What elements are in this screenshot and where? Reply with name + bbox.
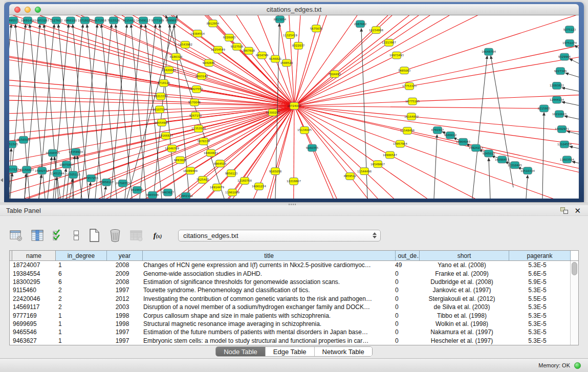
- graph-node-yellow[interactable]: 8454749: [256, 52, 269, 59]
- cell-name[interactable]: 22420046: [10, 295, 53, 303]
- cell-out_degree[interactable]: 49: [393, 261, 417, 269]
- graph-node-teal[interactable]: 9156501: [17, 136, 30, 143]
- graph-node-yellow[interactable]: 5675675: [310, 25, 322, 32]
- graph-node-teal[interactable]: 12093822: [550, 82, 564, 90]
- column-header-pagerank[interactable]: pagerank: [509, 251, 571, 260]
- cell-pagerank[interactable]: 5.3E-5: [507, 328, 568, 336]
- cell-name[interactable]: 9463627: [10, 337, 53, 345]
- create-column-button[interactable]: [87, 228, 101, 243]
- cell-year[interactable]: 2003: [104, 303, 140, 311]
- graph-node-yellow[interactable]: 11544498: [357, 168, 372, 175]
- graph-node-yellow[interactable]: 9242845: [203, 59, 215, 67]
- table-select-dropdown[interactable]: citations_edges.txt: [178, 230, 381, 242]
- table-row[interactable]: 1830029562008Estimation of significance …: [10, 278, 570, 286]
- function-builder-button[interactable]: f(x): [150, 228, 165, 243]
- table-row[interactable]: 911546021997Tourette syndrome. Phenomeno…: [10, 286, 570, 294]
- cell-short[interactable]: Yano et al. (2008): [417, 261, 507, 269]
- graph-node-yellow[interactable]: 18775165: [405, 98, 420, 105]
- graph-node-teal[interactable]: 9351505: [9, 141, 18, 148]
- cell-name[interactable]: 18300295: [10, 278, 53, 286]
- table-row[interactable]: 1938455462009Genome-wide association stu…: [10, 269, 570, 277]
- graph-node-yellow[interactable]: 8959512: [344, 173, 356, 180]
- cell-pagerank[interactable]: 5.3E-5: [507, 286, 568, 294]
- column-header-out_degree[interactable]: △out_de…: [396, 251, 420, 260]
- cell-out_degree[interactable]: 0: [393, 286, 417, 294]
- table-mode-button[interactable]: [9, 228, 24, 243]
- cell-year[interactable]: 1998: [104, 320, 140, 328]
- graph-node-teal[interactable]: 11603504: [560, 156, 574, 163]
- graph-node-teal[interactable]: 9160355: [306, 144, 318, 151]
- cell-out_degree[interactable]: 0: [393, 303, 417, 311]
- graph-node-yellow[interactable]: 17753323: [402, 83, 417, 90]
- panel-collapse-arrow-icon[interactable]: [1, 178, 3, 182]
- cell-name[interactable]: 14569117: [10, 303, 53, 311]
- cell-in_degree[interactable]: 1: [53, 320, 104, 328]
- graph-node-teal[interactable]: 11451544: [50, 170, 64, 177]
- graph-node-teal[interactable]: 10510334: [520, 167, 535, 174]
- cell-short[interactable]: Hescheler et al. (1997): [417, 337, 507, 345]
- cell-out_degree[interactable]: 0: [393, 295, 417, 303]
- cell-in_degree[interactable]: 6: [53, 278, 104, 286]
- tab-node-table[interactable]: Node Table: [216, 347, 266, 356]
- graph-node-yellow[interactable]: 2803144: [195, 73, 208, 80]
- cell-pagerank[interactable]: 5.3E-5: [507, 312, 568, 320]
- graph-node-teal[interactable]: 9699695: [166, 17, 178, 24]
- cell-pagerank[interactable]: 5.3E-5: [507, 337, 568, 345]
- scrollbar-thumb[interactable]: [572, 262, 577, 275]
- cell-out_degree[interactable]: 0: [393, 337, 417, 345]
- cell-in_degree[interactable]: 6: [53, 270, 104, 278]
- graph-node-yellow[interactable]: 16154808: [369, 27, 383, 34]
- network-canvas[interactable]: 6495571206914061065328715276026466100107…: [9, 15, 579, 199]
- graph-node-teal[interactable]: 14569117: [136, 17, 150, 24]
- cell-pagerank[interactable]: 5.6E-5: [507, 270, 568, 278]
- table-row[interactable]: 1456911722003Disruption of a novel membe…: [10, 303, 570, 311]
- cell-title[interactable]: Structural magnetic resonance image aver…: [140, 320, 393, 328]
- cell-in_degree[interactable]: 1: [53, 328, 104, 336]
- cell-year[interactable]: 2009: [104, 270, 140, 278]
- column-header-year[interactable]: year: [107, 251, 143, 260]
- cell-name[interactable]: 9465546: [10, 328, 53, 336]
- cell-short[interactable]: Stergiakouli et al. (2012): [417, 295, 507, 303]
- cell-in_degree[interactable]: 1: [53, 312, 104, 320]
- cell-out_degree[interactable]: 0: [393, 328, 417, 336]
- graph-node-yellow[interactable]: 7204493: [329, 71, 341, 78]
- graph-node-yellow[interactable]: 16543982: [178, 41, 192, 48]
- memory-ok-indicator[interactable]: [574, 362, 581, 369]
- cell-year[interactable]: 1997: [104, 337, 140, 345]
- cell-out_degree[interactable]: 0: [393, 270, 417, 278]
- graph-node-yellow[interactable]: 9327508: [231, 43, 244, 50]
- cell-year[interactable]: 2008: [104, 261, 140, 269]
- network-graph[interactable]: 6495571206914061065328715276026466100107…: [9, 15, 579, 199]
- cell-short[interactable]: Dudbridge et al. (2008): [417, 278, 507, 286]
- graph-node-yellow[interactable]: 7625402: [197, 176, 209, 183]
- network-window-titlebar[interactable]: citations_edges.txt: [9, 4, 579, 15]
- graph-node-yellow[interactable]: 8964509: [214, 160, 227, 167]
- graph-node-yellow[interactable]: 8322037: [292, 42, 304, 49]
- cell-out_degree[interactable]: 0: [393, 278, 417, 286]
- graph-node-yellow[interactable]: 14957964: [393, 140, 407, 147]
- select-all-button[interactable]: [51, 228, 66, 243]
- show-columns-button[interactable]: [30, 228, 45, 243]
- graph-node-yellow[interactable]: 11353594: [191, 125, 206, 133]
- graph-node-yellow[interactable]: 8427552: [190, 85, 203, 93]
- graph-node-teal[interactable]: 9329966: [558, 53, 571, 60]
- cell-title[interactable]: Tourette syndrome. Phenomenology and cla…: [140, 286, 393, 294]
- cell-in_degree[interactable]: 2: [53, 303, 104, 311]
- graph-node-teal[interactable]: 6495571: [9, 17, 19, 24]
- cell-name[interactable]: 19384554: [10, 270, 53, 278]
- graph-node-yellow[interactable]: 15134045: [297, 127, 312, 134]
- cell-pagerank[interactable]: 5.3E-5: [507, 303, 568, 311]
- delete-column-button[interactable]: [108, 228, 122, 243]
- graph-node-yellow[interactable]: 5678334: [198, 138, 210, 145]
- cell-year[interactable]: 1997: [104, 328, 140, 336]
- graph-node-yellow[interactable]: 9856123: [225, 170, 238, 177]
- column-header-in_degree[interactable]: in_degree: [56, 251, 107, 260]
- cell-title[interactable]: Embryonic stem cells: a model to study s…: [140, 337, 393, 345]
- graph-node-teal[interactable]: 15942737: [35, 167, 49, 174]
- cell-year[interactable]: 2008: [104, 278, 140, 286]
- graph-node-yellow[interactable]: 12254549: [211, 46, 225, 53]
- cell-in_degree[interactable]: 1: [53, 337, 104, 345]
- table-row[interactable]: 1872400712008Changes of HCN gene express…: [10, 261, 570, 269]
- cell-pagerank[interactable]: 5.3E-5: [507, 261, 568, 269]
- graph-node-teal[interactable]: 20706555: [116, 180, 130, 187]
